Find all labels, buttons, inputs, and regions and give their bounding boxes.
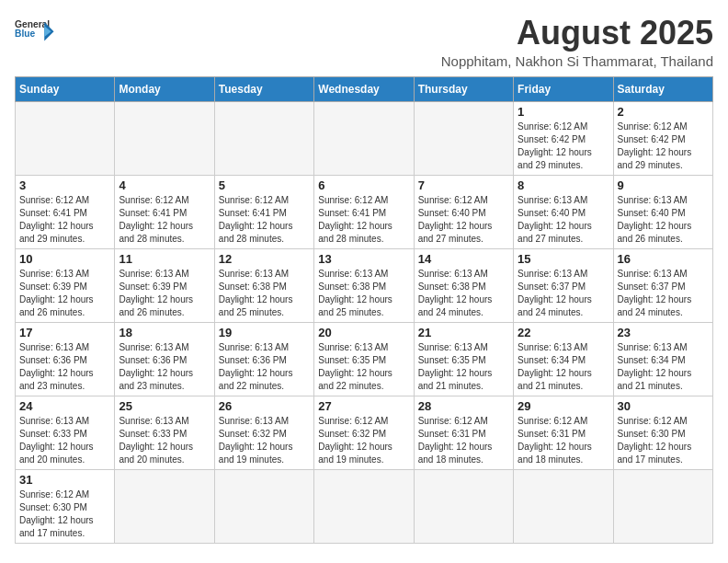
day-number: 1: [518, 105, 609, 119]
day-number: 23: [618, 326, 709, 339]
day-number: 2: [618, 105, 709, 119]
day-info: Sunrise: 6:13 AM Sunset: 6:35 PM Dayligh…: [318, 341, 409, 393]
day-number: 30: [618, 399, 709, 413]
day-info: Sunrise: 6:13 AM Sunset: 6:37 PM Dayligh…: [618, 268, 709, 319]
day-number: 28: [418, 399, 509, 413]
calendar-cell: [115, 101, 214, 175]
day-info: Sunrise: 6:12 AM Sunset: 6:41 PM Dayligh…: [318, 194, 409, 246]
col-header-thursday: Thursday: [414, 76, 513, 101]
calendar-cell: 6Sunrise: 6:12 AM Sunset: 6:41 PM Daylig…: [314, 175, 414, 248]
calendar-cell: 29Sunrise: 6:12 AM Sunset: 6:31 PM Dayli…: [514, 396, 613, 469]
calendar-cell: 9Sunrise: 6:13 AM Sunset: 6:40 PM Daylig…: [613, 175, 712, 248]
calendar-cell: 18Sunrise: 6:13 AM Sunset: 6:36 PM Dayli…: [115, 322, 214, 396]
day-number: 31: [19, 473, 110, 487]
day-info: Sunrise: 6:13 AM Sunset: 6:33 PM Dayligh…: [119, 415, 210, 466]
col-header-sunday: Sunday: [16, 76, 115, 101]
day-number: 20: [318, 326, 409, 339]
day-number: 3: [19, 178, 110, 192]
calendar-week-row: 24Sunrise: 6:13 AM Sunset: 6:33 PM Dayli…: [16, 396, 713, 469]
day-info: Sunrise: 6:12 AM Sunset: 6:41 PM Dayligh…: [19, 194, 110, 246]
calendar-cell: [16, 101, 115, 175]
day-number: 5: [219, 178, 310, 192]
calendar-cell: [214, 469, 313, 543]
calendar-cell: 28Sunrise: 6:12 AM Sunset: 6:31 PM Dayli…: [414, 396, 513, 469]
day-number: 9: [618, 178, 709, 192]
calendar-cell: 15Sunrise: 6:13 AM Sunset: 6:37 PM Dayli…: [514, 248, 613, 322]
calendar-cell: 25Sunrise: 6:13 AM Sunset: 6:33 PM Dayli…: [115, 396, 214, 469]
calendar-cell: [414, 101, 513, 175]
day-number: 26: [219, 399, 310, 413]
day-info: Sunrise: 6:13 AM Sunset: 6:32 PM Dayligh…: [219, 415, 310, 466]
day-info: Sunrise: 6:13 AM Sunset: 6:40 PM Dayligh…: [518, 194, 609, 246]
calendar-cell: 24Sunrise: 6:13 AM Sunset: 6:33 PM Dayli…: [16, 396, 115, 469]
calendar-cell: 17Sunrise: 6:13 AM Sunset: 6:36 PM Dayli…: [16, 322, 115, 396]
calendar-cell: 2Sunrise: 6:12 AM Sunset: 6:42 PM Daylig…: [613, 101, 712, 175]
day-info: Sunrise: 6:13 AM Sunset: 6:37 PM Dayligh…: [518, 268, 609, 319]
day-info: Sunrise: 6:13 AM Sunset: 6:36 PM Dayligh…: [19, 341, 110, 393]
col-header-wednesday: Wednesday: [314, 76, 414, 101]
col-header-monday: Monday: [115, 76, 214, 101]
day-number: 8: [518, 178, 609, 192]
day-number: 14: [418, 252, 509, 266]
calendar-cell: 22Sunrise: 6:13 AM Sunset: 6:34 PM Dayli…: [514, 322, 613, 396]
calendar-cell: 27Sunrise: 6:12 AM Sunset: 6:32 PM Dayli…: [314, 396, 414, 469]
calendar-week-row: 17Sunrise: 6:13 AM Sunset: 6:36 PM Dayli…: [16, 322, 713, 396]
month-year-title: August 2025: [441, 15, 713, 52]
calendar-week-row: 10Sunrise: 6:13 AM Sunset: 6:39 PM Dayli…: [16, 248, 713, 322]
day-info: Sunrise: 6:12 AM Sunset: 6:41 PM Dayligh…: [119, 194, 210, 246]
calendar-cell: [414, 469, 513, 543]
day-info: Sunrise: 6:12 AM Sunset: 6:42 PM Dayligh…: [618, 121, 709, 172]
day-number: 22: [518, 326, 609, 339]
day-info: Sunrise: 6:12 AM Sunset: 6:31 PM Dayligh…: [418, 415, 509, 466]
calendar-cell: [214, 101, 313, 175]
page-header: General Blue August 2025 Nopphitam, Nakh…: [15, 15, 713, 69]
calendar-cell: 19Sunrise: 6:13 AM Sunset: 6:36 PM Dayli…: [214, 322, 313, 396]
calendar-cell: 23Sunrise: 6:13 AM Sunset: 6:34 PM Dayli…: [613, 322, 712, 396]
day-info: Sunrise: 6:13 AM Sunset: 6:35 PM Dayligh…: [418, 341, 509, 393]
col-header-saturday: Saturday: [613, 76, 712, 101]
day-info: Sunrise: 6:13 AM Sunset: 6:34 PM Dayligh…: [518, 341, 609, 393]
calendar-cell: 31Sunrise: 6:12 AM Sunset: 6:30 PM Dayli…: [16, 469, 115, 543]
calendar-cell: 30Sunrise: 6:12 AM Sunset: 6:30 PM Dayli…: [613, 396, 712, 469]
day-number: 13: [318, 252, 409, 266]
calendar-cell: [613, 469, 712, 543]
day-info: Sunrise: 6:13 AM Sunset: 6:38 PM Dayligh…: [418, 268, 509, 319]
logo-icon: General Blue: [15, 17, 55, 42]
day-number: 17: [19, 326, 110, 339]
day-info: Sunrise: 6:13 AM Sunset: 6:33 PM Dayligh…: [19, 415, 110, 466]
day-info: Sunrise: 6:13 AM Sunset: 6:38 PM Dayligh…: [219, 268, 310, 319]
calendar-cell: [514, 469, 613, 543]
col-header-tuesday: Tuesday: [214, 76, 313, 101]
calendar-cell: 20Sunrise: 6:13 AM Sunset: 6:35 PM Dayli…: [314, 322, 414, 396]
calendar-cell: [314, 469, 414, 543]
day-info: Sunrise: 6:12 AM Sunset: 6:42 PM Dayligh…: [518, 121, 609, 172]
calendar-cell: 5Sunrise: 6:12 AM Sunset: 6:41 PM Daylig…: [214, 175, 313, 248]
calendar-cell: [314, 101, 414, 175]
day-info: Sunrise: 6:12 AM Sunset: 6:31 PM Dayligh…: [518, 415, 609, 466]
day-number: 7: [418, 178, 509, 192]
day-info: Sunrise: 6:13 AM Sunset: 6:40 PM Dayligh…: [618, 194, 709, 246]
calendar-cell: 3Sunrise: 6:12 AM Sunset: 6:41 PM Daylig…: [16, 175, 115, 248]
calendar-cell: 14Sunrise: 6:13 AM Sunset: 6:38 PM Dayli…: [414, 248, 513, 322]
location-subtitle: Nopphitam, Nakhon Si Thammarat, Thailand: [441, 53, 713, 69]
day-number: 18: [119, 326, 210, 339]
calendar-cell: 12Sunrise: 6:13 AM Sunset: 6:38 PM Dayli…: [214, 248, 313, 322]
day-info: Sunrise: 6:13 AM Sunset: 6:39 PM Dayligh…: [119, 268, 210, 319]
day-info: Sunrise: 6:12 AM Sunset: 6:41 PM Dayligh…: [219, 194, 310, 246]
day-number: 10: [19, 252, 110, 266]
calendar-week-row: 3Sunrise: 6:12 AM Sunset: 6:41 PM Daylig…: [16, 175, 713, 248]
day-number: 4: [119, 178, 210, 192]
day-info: Sunrise: 6:12 AM Sunset: 6:32 PM Dayligh…: [318, 415, 409, 466]
calendar-cell: 13Sunrise: 6:13 AM Sunset: 6:38 PM Dayli…: [314, 248, 414, 322]
day-info: Sunrise: 6:13 AM Sunset: 6:36 PM Dayligh…: [219, 341, 310, 393]
calendar-table: SundayMondayTuesdayWednesdayThursdayFrid…: [15, 76, 713, 544]
calendar-header-row: SundayMondayTuesdayWednesdayThursdayFrid…: [16, 76, 713, 101]
calendar-cell: 8Sunrise: 6:13 AM Sunset: 6:40 PM Daylig…: [514, 175, 613, 248]
day-number: 27: [318, 399, 409, 413]
day-number: 24: [19, 399, 110, 413]
day-number: 11: [119, 252, 210, 266]
day-info: Sunrise: 6:12 AM Sunset: 6:30 PM Dayligh…: [618, 415, 709, 466]
day-number: 16: [618, 252, 709, 266]
day-number: 29: [518, 399, 609, 413]
calendar-cell: [115, 469, 214, 543]
